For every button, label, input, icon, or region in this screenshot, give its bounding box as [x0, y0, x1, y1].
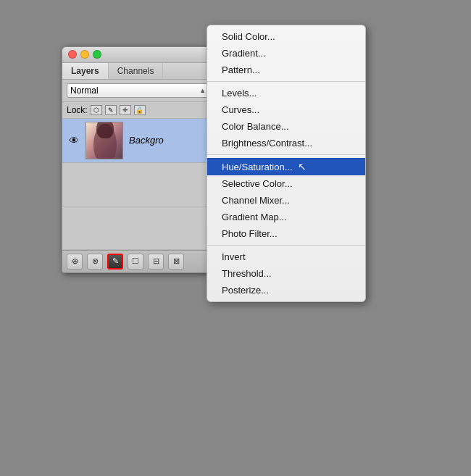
menu-item-color-balance[interactable]: Color Balance...: [207, 118, 365, 135]
blend-mode-select[interactable]: Normal ▲▼: [67, 83, 216, 98]
menu-item-levels[interactable]: Levels...: [207, 85, 365, 101]
traffic-lights: [68, 50, 101, 59]
minimize-button[interactable]: [80, 50, 89, 59]
titlebar: [62, 47, 220, 63]
lock-all-icon[interactable]: 🔒: [134, 105, 146, 115]
empty-layer-area-2: [62, 206, 220, 250]
delete-layer-button[interactable]: ⊠: [168, 254, 184, 270]
blend-mode-row: Normal ▲▼: [62, 80, 220, 102]
layers-panel: Layers Channels Normal ▲▼ Lock: ⬡ ✎ ✛ 🔒 …: [62, 46, 221, 273]
close-button[interactable]: [68, 50, 77, 59]
menu-item-pattern[interactable]: Pattern...: [207, 62, 365, 78]
maximize-button[interactable]: [93, 50, 101, 59]
layer-styles-button[interactable]: ⊗: [87, 254, 103, 270]
menu-separator-2: [207, 154, 365, 155]
adjustment-layer-button[interactable]: ✎: [107, 254, 123, 270]
menu-item-channel-mixer[interactable]: Channel Mixer...: [207, 192, 365, 209]
adjustment-dropdown-menu: Solid Color... Gradient... Pattern... Le…: [207, 25, 366, 302]
panel-toolbar: ⊕ ⊗ ✎ ☐ ⊟ ⊠: [62, 250, 220, 272]
menu-item-gradient-map[interactable]: Gradient Map...: [207, 209, 365, 225]
lock-paint-icon[interactable]: ✎: [105, 105, 117, 115]
link-layers-button[interactable]: ⊕: [67, 254, 83, 270]
menu-item-gradient[interactable]: Gradient...: [207, 45, 365, 62]
lock-transparency-icon[interactable]: ⬡: [91, 105, 102, 115]
tab-channels[interactable]: Channels: [109, 63, 164, 79]
lock-move-icon[interactable]: ✛: [120, 105, 131, 115]
menu-item-photo-filter[interactable]: Photo Filter...: [207, 225, 365, 242]
menu-item-threshold[interactable]: Threshold...: [207, 265, 365, 282]
menu-item-curves[interactable]: Curves...: [207, 101, 365, 118]
menu-separator-3: [207, 245, 365, 246]
lock-row: Lock: ⬡ ✎ ✛ 🔒: [62, 102, 220, 119]
menu-item-posterize[interactable]: Posterize...: [207, 282, 365, 298]
menu-separator-1: [207, 81, 365, 82]
menu-item-solid-color[interactable]: Solid Color...: [207, 28, 365, 45]
tabs-row: Layers Channels: [62, 63, 220, 80]
layer-thumbnail: [86, 122, 123, 159]
menu-item-invert[interactable]: Invert: [207, 249, 365, 265]
lock-label: Lock:: [67, 105, 88, 115]
group-layer-button[interactable]: ☐: [128, 254, 143, 270]
tab-layers[interactable]: Layers: [62, 63, 109, 79]
layer-name: Backgro: [129, 135, 164, 146]
empty-layer-area: [62, 163, 220, 206]
layer-visibility-icon[interactable]: 👁: [67, 133, 81, 148]
menu-item-brightness-contrast[interactable]: Brightness/Contrast...: [207, 135, 365, 151]
menu-item-hue-saturation[interactable]: Hue/Saturation... ↖: [207, 158, 365, 175]
new-layer-button[interactable]: ⊟: [148, 254, 164, 270]
layer-row[interactable]: 👁 Backgro: [62, 119, 220, 163]
cursor-icon: ↖: [298, 161, 307, 172]
menu-item-selective-color[interactable]: Selective Color...: [207, 175, 365, 192]
blend-mode-label: Normal: [70, 85, 99, 96]
